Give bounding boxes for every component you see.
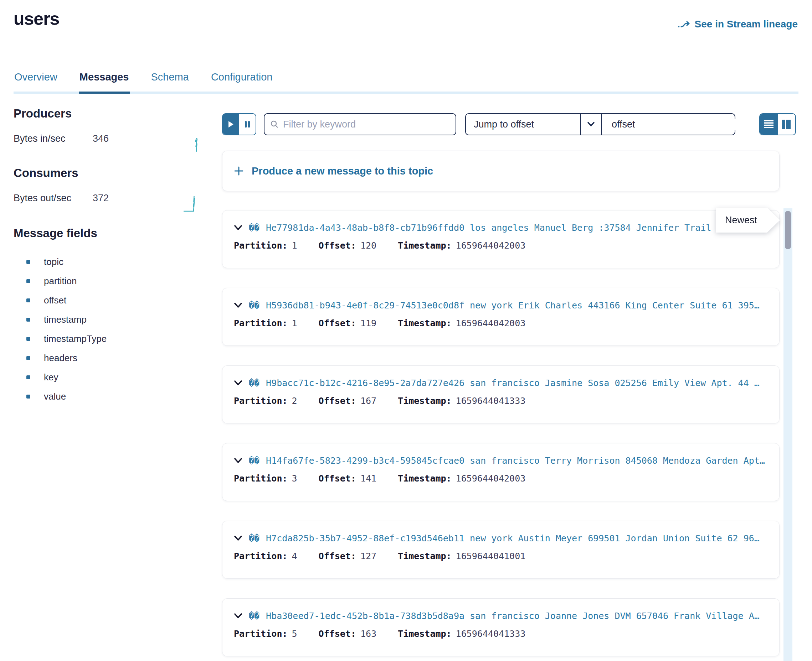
tab-underline [14,91,798,94]
field-item-timestamptype[interactable]: timestampType [14,329,208,348]
list-view-button[interactable] [760,114,778,135]
tab-overview[interactable]: Overview [14,71,58,91]
scrollbar-thumb[interactable] [785,211,791,249]
message-key: Hba30eed7-1edc-452b-8b1a-738d3b5d8a9a sa… [266,611,759,621]
message-row[interactable]: �� He77981da-4a43-48ab-b8f8-cb71b96ffdd0… [222,210,780,268]
field-label: offset [44,295,66,306]
message-fields-heading: Message fields [14,227,208,240]
partition-field: Partition:4 [234,551,297,561]
offset-search-input[interactable] [612,119,738,130]
message-row[interactable]: �� Hba30eed7-1edc-452b-8b1a-738d3b5d8a9a… [222,598,780,656]
unknown-glyph-icon: �� [249,455,259,466]
timestamp-field: Timestamp:1659644041333 [398,629,525,639]
unknown-glyph-icon: �� [249,533,259,543]
tab-configuration[interactable]: Configuration [210,71,274,91]
field-bullet-icon [26,356,30,360]
bytes-in-label: Bytes in/sec [14,133,93,144]
plus-icon [234,166,244,176]
partition-field: Partition:3 [234,473,297,484]
consumers-heading: Consumers [14,166,208,180]
tab-schema[interactable]: Schema [151,71,190,91]
field-bullet-icon [26,318,30,322]
message-row[interactable]: �� H7cda825b-35b7-4952-88ef-c193d546eb11… [222,520,780,579]
timestamp-field: Timestamp:1659644041333 [398,396,525,406]
field-item-topic[interactable]: topic [14,252,208,271]
field-item-headers[interactable]: headers [14,348,208,367]
bytes-out-stat: Bytes out/sec 372 [14,193,208,204]
chevron-down-icon [580,114,601,135]
expand-chevron-icon[interactable] [234,613,242,619]
see-in-stream-lineage-label: See in Stream lineage [695,19,798,30]
partition-field: Partition:1 [234,318,297,328]
unknown-glyph-icon: �� [249,300,259,311]
newest-tooltip: Newest [716,208,780,233]
timestamp-field: Timestamp:1659644042003 [398,240,525,251]
offset-field: Offset:141 [319,473,377,484]
message-row[interactable]: �� H5936db81-b943-4e0f-8c29-74513e0c0d8f… [222,288,780,346]
message-key: H9bacc71c-b12c-4216-8e95-2a7da727e426 sa… [266,378,759,388]
tab-messages[interactable]: Messages [79,71,130,91]
message-key: H7cda825b-35b7-4952-88ef-c193d546eb11 ne… [266,533,759,543]
offset-search-field [602,113,735,135]
message-row[interactable]: �� H9bacc71c-b12c-4216-8e95-2a7da727e426… [222,366,780,423]
filter-by-keyword-input[interactable] [283,119,450,130]
field-item-key[interactable]: key [14,367,208,387]
stream-lineage-arrow-icon [677,19,690,29]
produce-new-message-button[interactable]: Produce a new message to this topic [222,151,780,191]
bytes-in-value: 346 [93,133,109,144]
jump-to-offset-select[interactable]: Jump to offset [465,113,602,135]
expand-chevron-icon[interactable] [234,225,242,230]
bytes-in-sparkline [192,137,200,152]
expand-chevron-icon[interactable] [234,536,242,541]
pause-button[interactable] [239,114,256,135]
field-label: topic [44,256,64,267]
field-label: timestamp [44,314,86,325]
field-item-value[interactable]: value [14,387,208,406]
play-icon [227,120,235,128]
bytes-out-label: Bytes out/sec [14,193,93,204]
field-label: timestampType [44,333,107,344]
bytes-out-sparkline [183,195,200,212]
expand-chevron-icon[interactable] [234,458,242,463]
page-title: users [14,8,59,29]
field-item-timestamp[interactable]: timestamp [14,310,208,329]
producers-heading: Producers [14,107,208,120]
expand-chevron-icon[interactable] [234,380,242,386]
message-list-scrollbar[interactable] [783,208,793,661]
unknown-glyph-icon: �� [249,611,259,621]
filter-field [264,113,456,135]
unknown-glyph-icon: �� [249,378,259,388]
field-item-partition[interactable]: partition [14,271,208,291]
field-bullet-icon [26,337,30,341]
message-fields-list: topic partition offset timestamp timesta… [14,252,208,406]
list-view-icon [764,120,774,129]
timestamp-field: Timestamp:1659644041001 [398,551,525,561]
offset-field: Offset:127 [319,551,377,561]
offset-field: Offset:167 [319,396,377,406]
pause-icon [244,120,251,128]
see-in-stream-lineage-link[interactable]: See in Stream lineage [677,19,798,30]
timestamp-field: Timestamp:1659644042003 [398,318,525,328]
play-button[interactable] [223,114,239,135]
field-item-offset[interactable]: offset [14,291,208,310]
field-bullet-icon [26,299,30,302]
bytes-in-stat: Bytes in/sec 346 [14,133,208,144]
messages-toolbar: Jump to offset [222,113,256,135]
partition-field: Partition:2 [234,396,297,406]
expand-chevron-icon[interactable] [234,303,242,308]
message-key: He77981da-4a43-48ab-b8f8-cb71b96ffdd0 lo… [266,223,722,233]
message-row[interactable]: �� H14fa67fe-5823-4299-b3c4-595845cfcae0… [222,443,780,501]
search-icon [270,120,279,129]
offset-field: Offset:163 [319,629,377,639]
offset-field: Offset:120 [319,240,377,251]
offset-field: Offset:119 [319,318,377,328]
partition-field: Partition:1 [234,240,297,251]
partition-field: Partition:5 [234,629,297,639]
column-view-button[interactable] [778,114,796,135]
field-bullet-icon [26,394,30,399]
view-mode-toggle [759,113,796,135]
tab-bar: Overview Messages Schema Configuration [14,71,798,94]
jump-to-offset-label: Jump to offset [466,119,580,130]
produce-new-message-label: Produce a new message to this topic [251,165,433,177]
field-label: partition [44,276,77,287]
